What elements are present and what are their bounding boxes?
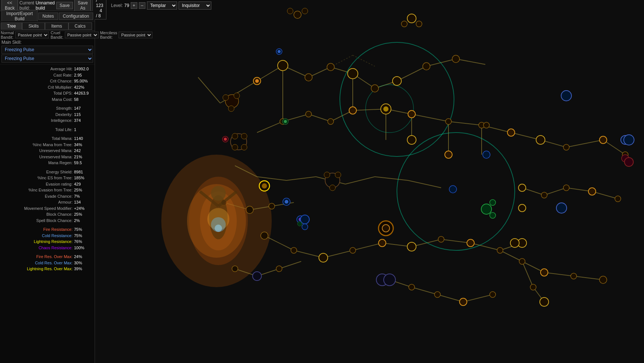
svg-point-113	[291, 247, 297, 253]
svg-point-69	[278, 60, 288, 71]
inc-es-tree-label: %Inc ES from Tree:	[38, 175, 73, 181]
svg-point-100	[408, 110, 415, 118]
total-dps-value: 44263.9	[74, 90, 92, 96]
svg-point-160	[300, 215, 309, 224]
svg-point-91	[449, 186, 457, 193]
svg-point-176	[624, 135, 634, 145]
crit-chance-value: 95.00%	[74, 78, 92, 84]
level-plus-button[interactable]: +	[131, 2, 137, 9]
svg-point-129	[588, 188, 596, 195]
chaos-resist-row: Chaos Resistance: 100%	[2, 245, 92, 251]
tab-bar: Tree Skills Items Calcs	[0, 21, 95, 31]
crit-mult-label: Crit Multiplier:	[48, 84, 73, 91]
level-label: Level:	[111, 3, 123, 8]
chaos-resist-value: 100%	[74, 245, 92, 251]
main-skill-select-2[interactable]: Freezing Pulse	[1, 54, 93, 63]
normal-bandit-select[interactable]: Passive point Kill All Alira Oak Kraityn	[15, 32, 49, 38]
svg-point-72	[327, 63, 334, 71]
total-mana-value: 1140	[74, 135, 92, 142]
average-hit-label: Average Hit:	[50, 66, 73, 72]
svg-point-157	[241, 144, 247, 150]
main-skill-select-1[interactable]: Freezing Pulse	[1, 46, 93, 54]
svg-point-141	[409, 284, 415, 290]
svg-point-168	[490, 200, 496, 205]
evasion-label: Evasion rating:	[46, 181, 73, 187]
movement-speed-value: +24%	[74, 205, 92, 212]
stats-panel[interactable]: Average Hit: 14992.0 Cast Rate: 2.95 Cri…	[0, 64, 95, 363]
normal-bandit-label: Normal Bandit:	[1, 31, 14, 39]
movement-speed-label: Movement Speed Modifier:	[24, 205, 73, 212]
tab-tree[interactable]: Tree	[1, 22, 22, 30]
energy-shield-row: Energy Shield: 8981	[2, 169, 92, 175]
save-button[interactable]: Save	[56, 2, 73, 9]
svg-point-159	[262, 183, 267, 188]
cast-rate-label: Cast Rate:	[53, 72, 73, 78]
cruel-bandit-label: Cruel Bandit:	[50, 31, 63, 39]
svg-point-82	[306, 111, 312, 117]
svg-point-156	[232, 144, 238, 150]
intelligence-row: Intelligence: 374	[2, 117, 92, 124]
intelligence-label: Intelligence:	[51, 117, 73, 124]
svg-point-107	[561, 91, 571, 101]
svg-point-112	[261, 232, 268, 239]
cruel-bandit-select[interactable]: Passive point Kill All	[65, 32, 99, 38]
inc-es-tree-row: %Inc ES from Tree: 185%	[2, 175, 92, 181]
tab-skills[interactable]: Skills	[22, 22, 45, 30]
spell-block-row: Spell Block Chance: 2%	[2, 218, 92, 224]
svg-point-137	[232, 266, 238, 272]
unreserved-mana-pct-label: Unreserved Mana:	[39, 154, 73, 160]
svg-point-138	[253, 272, 261, 281]
inc-mana-tree-label: %Inc Mana from Tree:	[33, 142, 73, 148]
fire-over-max-value: 24%	[74, 254, 92, 260]
unreserved-mana-label: Unreserved Mana:	[39, 148, 73, 154]
left-panel: << Back Current build: Unnamed build Sav…	[0, 0, 95, 363]
svg-point-161	[302, 224, 308, 230]
lightning-resist-label: Lightning Resistance:	[34, 239, 73, 245]
dexterity-value: 115	[74, 112, 92, 118]
unreserved-mana-row: Unreserved Mana: 242	[2, 148, 92, 154]
svg-point-94	[284, 120, 287, 123]
import-export-button[interactable]: Import/Export Build	[1, 10, 38, 22]
ascendancy-select[interactable]: Inquisitor Hierophant Guardian	[179, 1, 211, 10]
notes-button[interactable]: Notes	[38, 13, 58, 20]
class-select[interactable]: Templar Marauder Ranger Witch Duelist Sh…	[147, 1, 177, 10]
main-skill-section: Main Skill: Freezing Pulse Freezing Puls…	[0, 39, 95, 64]
tab-calcs[interactable]: Calcs	[68, 22, 92, 30]
svg-point-139	[276, 266, 282, 272]
svg-point-117	[407, 242, 416, 251]
chaos-resist-label: Chaos Resistance:	[39, 245, 73, 251]
configuration-button[interactable]: Configuration	[59, 13, 93, 20]
tree-svg[interactable]	[95, 0, 644, 363]
passive-tree-area[interactable]	[95, 0, 644, 363]
level-minus-button[interactable]: –	[139, 2, 145, 9]
top-bar: << Back Current build: Unnamed build Sav…	[0, 0, 95, 11]
armour-value: 134	[74, 199, 92, 205]
svg-point-115	[350, 247, 356, 253]
lightning-resist-value: 76%	[74, 239, 92, 245]
total-life-row: Total Life: 1	[2, 127, 92, 133]
tab-items[interactable]: Items	[45, 22, 68, 30]
mana-cost-label: Mana Cost:	[52, 96, 73, 103]
block-chance-value: 25%	[74, 211, 92, 218]
svg-point-128	[563, 185, 569, 191]
svg-point-152	[330, 185, 335, 191]
merciless-bandit-select[interactable]: Passive point Kill All	[119, 32, 152, 38]
mana-regen-label: Mana Regen:	[48, 160, 73, 166]
svg-point-142	[434, 292, 440, 297]
second-bar: Import/Export Build Notes Configuration	[0, 11, 95, 21]
svg-point-101	[446, 119, 451, 124]
character-figure	[189, 177, 248, 265]
inc-mana-tree-value: 34%	[74, 142, 92, 148]
inc-es-tree-value: 185%	[74, 175, 92, 181]
mana-cost-value: 58	[74, 96, 92, 103]
evasion-value: 429	[74, 181, 92, 187]
armour-label: Armour:	[58, 199, 73, 205]
unreserved-mana-value: 242	[74, 148, 92, 154]
svg-point-135	[530, 284, 536, 290]
intelligence-value: 374	[74, 117, 92, 124]
save-as-button[interactable]: Save As	[74, 0, 91, 12]
svg-point-140	[384, 274, 395, 286]
mana-regen-value: 59.5	[74, 160, 92, 166]
svg-point-83	[328, 119, 334, 124]
svg-point-171	[302, 8, 308, 14]
